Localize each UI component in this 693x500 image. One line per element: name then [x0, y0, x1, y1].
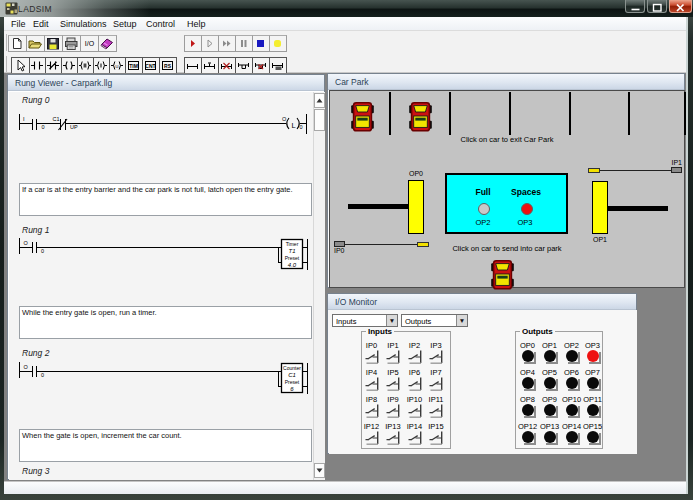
- svg-text:0: 0: [41, 248, 44, 254]
- svg-text:0: 0: [41, 372, 44, 378]
- svg-text:0: 0: [42, 124, 45, 130]
- svg-text:T1: T1: [288, 248, 295, 254]
- svg-text:O: O: [282, 116, 287, 122]
- svg-text:C1: C1: [53, 116, 60, 122]
- svg-text:RS: RS: [164, 63, 172, 69]
- svg-text:Preset: Preset: [285, 379, 300, 385]
- svg-text:O: O: [24, 364, 29, 370]
- svg-text:0: 0: [300, 124, 303, 130]
- svg-text:u: u: [115, 63, 118, 69]
- svg-text:TIM: TIM: [129, 63, 138, 69]
- svg-text:Preset: Preset: [285, 255, 300, 261]
- svg-text:O: O: [24, 240, 29, 246]
- svg-text:Timer: Timer: [286, 241, 299, 247]
- svg-text:C1: C1: [288, 372, 296, 378]
- svg-text:L: L: [292, 121, 296, 130]
- svg-text:I: I: [23, 116, 25, 122]
- svg-text:4.0: 4.0: [288, 262, 297, 268]
- svg-text:UP: UP: [70, 124, 78, 130]
- svg-text:CNT: CNT: [145, 63, 155, 69]
- svg-text:Counter: Counter: [283, 365, 301, 371]
